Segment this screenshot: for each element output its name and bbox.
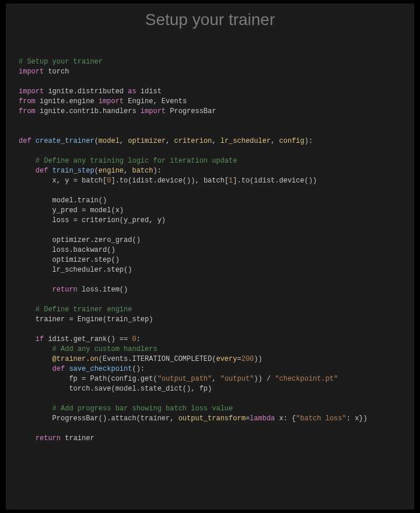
code-line xyxy=(19,117,414,127)
code-token: x, y xyxy=(19,177,74,185)
code-line: y_pred = model(x) xyxy=(19,206,414,216)
code-token: torch.save(model.state_dict(), fp) xyxy=(19,385,212,393)
code-line: # Define trainer engine xyxy=(19,305,414,315)
code-token: model xyxy=(99,137,120,145)
code-token: model.train() xyxy=(19,196,107,205)
code-line: model.train() xyxy=(19,196,414,206)
code-token: Engine, Events xyxy=(124,97,187,106)
code-line: import ignite.distributed as idist xyxy=(19,87,414,97)
code-token: engine xyxy=(99,167,124,175)
code-token xyxy=(19,434,36,442)
code-line xyxy=(19,226,414,236)
code-token: idist.get_rank() xyxy=(44,335,120,343)
code-token: ].to(idist.device()), batch[ xyxy=(111,177,229,185)
code-token: , xyxy=(212,375,220,383)
code-token: import xyxy=(99,97,124,106)
code-token: loss xyxy=(19,216,74,224)
code-token xyxy=(19,305,36,314)
code-token: @trainer.on xyxy=(52,355,99,363)
code-token: ignite.contrib.handlers xyxy=(36,107,141,115)
code-line: trainer = Engine(train_step) xyxy=(19,315,414,325)
code-token: , xyxy=(124,167,132,175)
code-line: @trainer.on(Events.ITERATION_COMPLETED(e… xyxy=(19,354,414,364)
code-token: # Setup your trainer xyxy=(19,58,103,66)
code-token: train_step xyxy=(52,167,94,175)
code-token: config xyxy=(279,137,304,145)
code-token: , xyxy=(120,137,128,145)
code-line: def create_trainer(model, optimizer, cri… xyxy=(19,136,414,146)
code-line: from ignite.contrib.handlers import Prog… xyxy=(19,107,414,117)
code-token: # Define trainer engine xyxy=(36,305,132,314)
code-token: optimizer xyxy=(128,137,166,145)
code-line: x, y = batch[0].to(idist.device()), batc… xyxy=(19,176,414,186)
code-token: 0 xyxy=(132,335,136,343)
code-token: output_transform xyxy=(178,414,246,423)
code-line: fp = Path(config.get("output_path", "out… xyxy=(19,374,414,384)
code-token: criterion xyxy=(174,137,212,145)
code-line: def train_step(engine, batch): xyxy=(19,166,414,176)
code-token: def xyxy=(52,365,69,373)
code-token: = xyxy=(74,177,78,185)
code-token: import xyxy=(141,107,166,115)
code-line: # Define any training logic for iteratio… xyxy=(19,156,414,166)
code-token: ignite.distributed xyxy=(44,87,128,96)
code-token: = xyxy=(237,355,241,363)
code-line: def save_checkpoint(): xyxy=(19,364,414,374)
code-token: as xyxy=(128,87,136,96)
code-token xyxy=(19,345,52,353)
code-token xyxy=(19,157,36,165)
code-token: save_checkpoint xyxy=(69,365,132,373)
code-token: every xyxy=(216,355,237,363)
code-token: criterion(y_pred, y) xyxy=(78,216,166,224)
code-token: model(x) xyxy=(86,206,124,215)
code-token xyxy=(19,167,36,175)
code-line xyxy=(19,295,414,305)
code-token: torch xyxy=(44,68,69,76)
code-line: from ignite.engine import Engine, Events xyxy=(19,97,414,107)
code-token: = xyxy=(246,414,250,423)
code-line xyxy=(19,394,414,404)
code-token: ( xyxy=(94,167,99,175)
code-token: : xyxy=(136,335,141,343)
page-title: Setup your trainer xyxy=(6,10,414,29)
code-token: return xyxy=(52,286,78,294)
code-line xyxy=(19,275,414,285)
code-token: def xyxy=(36,167,52,175)
code-line xyxy=(19,424,414,434)
code-line xyxy=(19,186,414,196)
code-token: "checkpoint.pt" xyxy=(275,375,338,383)
code-token: import xyxy=(19,68,44,76)
code-token: trainer xyxy=(19,315,69,324)
code-token: create_trainer xyxy=(36,137,94,145)
code-line: torch.save(model.state_dict(), fp) xyxy=(19,384,414,394)
code-token: (): xyxy=(132,365,145,373)
code-block: # Setup your trainerimport torch import … xyxy=(6,57,414,444)
code-token: ): xyxy=(304,137,313,145)
code-token: "output_path" xyxy=(158,375,212,383)
code-token: = xyxy=(74,216,78,224)
code-token: lr_scheduler xyxy=(220,137,271,145)
code-panel: Setup your trainer # Setup your traineri… xyxy=(6,3,414,510)
code-token xyxy=(19,405,52,413)
code-token: from xyxy=(19,97,36,106)
code-line xyxy=(19,146,414,156)
code-token: x: { xyxy=(275,414,296,423)
code-line: optimizer.step() xyxy=(19,255,414,265)
code-token: Path(config.get( xyxy=(86,375,157,383)
code-line xyxy=(19,127,414,136)
code-token xyxy=(19,286,52,294)
code-token: lr_scheduler.step() xyxy=(19,266,132,274)
code-token: optimizer.zero_grad() xyxy=(19,236,141,244)
code-line: loss.backward() xyxy=(19,245,414,255)
code-token: == xyxy=(120,335,128,343)
code-token: lambda xyxy=(250,414,275,423)
code-token: ( xyxy=(94,137,99,145)
code-line: # Add any custom handlers xyxy=(19,345,414,354)
code-line: loss = criterion(y_pred, y) xyxy=(19,216,414,226)
code-token: def xyxy=(19,137,36,145)
code-token: )) xyxy=(254,355,262,363)
code-token: optimizer.step() xyxy=(19,256,120,264)
code-line: import torch xyxy=(19,67,414,77)
code-token: , xyxy=(212,137,220,145)
code-token: loss.item() xyxy=(78,286,128,294)
